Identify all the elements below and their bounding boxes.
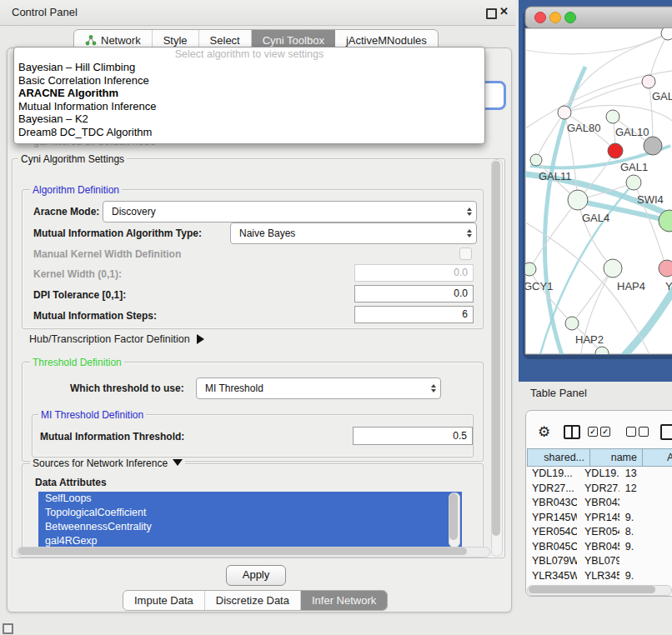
expand-right-icon	[197, 334, 204, 344]
network-node[interactable]	[530, 154, 542, 166]
attribute-item-gal4rgexp[interactable]: gal4RGexp	[38, 534, 462, 548]
dpi-tolerance-field[interactable]: 0.0	[354, 285, 474, 302]
mi-threshold-group-title: MI Threshold Definition	[38, 409, 146, 421]
tab-discretize-data[interactable]: Discretize Data	[205, 591, 301, 610]
algorithm-option-bayesian-hill-climbing[interactable]: Bayesian – Hill Climbing	[14, 61, 484, 74]
deselect-all-box-icon[interactable]	[639, 427, 649, 437]
network-node[interactable]	[626, 175, 641, 190]
attribute-item-selfloops[interactable]: SelfLoops	[38, 492, 462, 506]
select-all-check-icon[interactable]: ✓	[600, 427, 610, 437]
table-row[interactable]: YER054CYER054C8.	[527, 525, 672, 540]
table-cell: YDL19...	[527, 467, 577, 482]
hub-definition-label: Hub/Transcription Factor Definition	[29, 333, 190, 345]
sources-toggle[interactable]: Sources for Network Inference	[30, 458, 185, 469]
algorithm-option-bayesian-k2[interactable]: Bayesian – K2	[14, 112, 484, 126]
network-node[interactable]	[606, 110, 619, 123]
settings-horizontal-scrollbar-thumb[interactable]	[18, 548, 467, 555]
table-cell: 9.	[619, 511, 672, 526]
gear-icon[interactable]: ⚙	[538, 423, 550, 441]
tab-label: Infer Network	[312, 594, 376, 607]
threshold-definition-title: Threshold Definition	[30, 357, 124, 368]
table-header-row: shared...nameA	[527, 448, 672, 467]
manual-kernel-checkbox[interactable]	[459, 248, 472, 260]
network-node[interactable]	[604, 259, 622, 278]
network-node[interactable]	[642, 75, 655, 88]
attribute-item-betweennesscentrality[interactable]: BetweennessCentrality	[38, 520, 462, 534]
kernel-width-field[interactable]: 0.0	[354, 264, 474, 282]
node-label-hap4: HAP4	[617, 280, 645, 292]
mi-steps-field[interactable]: 6	[354, 306, 474, 323]
table-cell: YDL19...	[577, 467, 619, 482]
network-node[interactable]	[608, 143, 623, 158]
network-node[interactable]	[568, 190, 588, 210]
network-node[interactable]	[644, 137, 662, 155]
column-header-a[interactable]: A	[643, 448, 672, 467]
tab-infer-network[interactable]: Infer Network	[301, 591, 387, 610]
tab-label: Impute Data	[134, 594, 193, 607]
tab-impute-data[interactable]: Impute Data	[123, 591, 205, 610]
columns-icon[interactable]	[564, 425, 580, 439]
table-horizontal-scrollbar-thumb[interactable]	[529, 586, 655, 593]
table-cell: YER054C	[527, 525, 577, 540]
node-label-gal8: GAL8	[652, 90, 672, 102]
attributes-scrollbar-thumb[interactable]	[449, 493, 458, 540]
column-header-name[interactable]: name	[590, 448, 643, 467]
apply-button[interactable]: Apply	[226, 565, 286, 586]
collapse-down-icon	[173, 459, 183, 466]
table-row[interactable]: YBR043CYBR043C	[527, 496, 672, 511]
control-panel-titlebar: Control Panel ✕	[0, 0, 515, 26]
float-window-icon[interactable]	[486, 8, 497, 19]
table-cell: YPR145W	[577, 511, 619, 526]
network-icon	[85, 34, 97, 46]
table-body: YDL19...YDL19...13YDR27...YDR27...12YBR0…	[527, 467, 672, 585]
mi-threshold-label: Mutual Information Threshold:	[40, 431, 184, 442]
column-header-shared[interactable]: shared...	[527, 448, 590, 467]
network-node[interactable]	[659, 260, 672, 277]
screen: Control Panel ✕ NetworkStyleSelectCyni T…	[0, 0, 672, 635]
algorithm-option-basic-correlation-inference[interactable]: Basic Correlation Inference	[14, 74, 484, 88]
mi-type-combobox[interactable]: Naive Bayes	[230, 222, 477, 244]
network-node[interactable]	[565, 317, 579, 330]
mi-steps-label: Mutual Information Steps:	[33, 310, 157, 322]
table-cell: YBR043C	[527, 496, 577, 511]
aracne-mode-combobox[interactable]: Discovery	[103, 201, 477, 222]
algorithm-option-dream8-dc-tdc-algorithm[interactable]: Dream8 DC_TDC Algorithm	[14, 126, 484, 139]
attribute-item-topologicalcoefficient[interactable]: TopologicalCoefficient	[38, 506, 462, 520]
aracne-mode-label: Aracne Mode:	[33, 206, 99, 218]
close-traffic-light-icon[interactable]	[535, 12, 546, 23]
table-cell	[619, 554, 672, 569]
table-row[interactable]: YLR345WYLR345W9.	[527, 569, 672, 584]
tab-label: Cyni Toolbox	[263, 34, 324, 47]
algorithm-definition-title: Algorithm Definition	[30, 184, 122, 196]
mi-threshold-field[interactable]: 0.5	[353, 427, 473, 445]
algorithm-select-placeholder[interactable]: Select algorithm to view settings	[14, 48, 484, 61]
file-icon[interactable]	[660, 424, 672, 440]
network-window-titlebar[interactable]	[525, 7, 672, 28]
settings-vertical-scrollbar-thumb[interactable]	[492, 161, 500, 536]
table-row[interactable]: YDR27...YDR27...12	[527, 482, 672, 497]
deselect-all-box-icon[interactable]	[626, 427, 636, 437]
network-node[interactable]	[558, 106, 571, 119]
table-row[interactable]: YPR145WYPR145W9.	[527, 511, 672, 526]
zoom-traffic-light-icon[interactable]	[565, 12, 576, 23]
tab-label: Select	[210, 34, 240, 47]
network-node[interactable]	[661, 27, 672, 40]
table-cell: YDR27...	[527, 482, 577, 497]
table-cell: 13	[619, 467, 672, 482]
table-row[interactable]: YBR045CYBR045C9.	[527, 540, 672, 555]
table-cell: YBL079W	[527, 554, 577, 569]
table-row[interactable]: YDL19...YDL19...13	[527, 467, 672, 482]
panel-corner-icon[interactable]	[3, 623, 13, 634]
close-panel-icon[interactable]: ✕	[499, 5, 509, 18]
algorithm-option-mutual-information-inference[interactable]: Mutual Information Inference	[14, 100, 484, 113]
table-cell: YLR345W	[577, 569, 619, 584]
table-panel-title: Table Panel	[530, 387, 587, 399]
algorithm-option-aracne-algorithm[interactable]: ARACNE Algorithm	[14, 87, 484, 100]
select-all-check-icon[interactable]: ✓	[588, 427, 598, 437]
table-row[interactable]: YBL079WYBL079W	[527, 554, 672, 569]
node-label-gcy1: GCY1	[524, 280, 553, 292]
which-threshold-combobox[interactable]: MI Threshold	[196, 378, 441, 399]
minimize-traffic-light-icon[interactable]	[550, 12, 561, 23]
stepper-arrows-icon	[463, 208, 476, 216]
hub-definition-toggle[interactable]: Hub/Transcription Factor Definition	[29, 333, 204, 345]
